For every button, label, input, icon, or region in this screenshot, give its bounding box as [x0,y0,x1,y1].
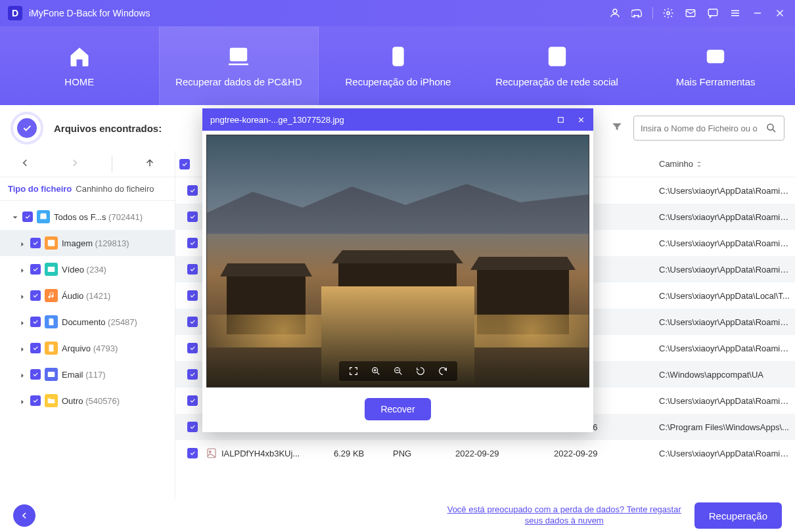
nav-more-label: Mais Ferramentas [676,76,756,87]
cell-modified: 2022-09-29 [554,449,659,458]
app-logo: D [8,6,22,20]
row-checkbox[interactable] [187,238,198,248]
cell-path: C:\Users\xiaoyr\AppData\Roamin... [659,396,791,406]
nav-home[interactable]: HOME [0,26,159,105]
row-checkbox[interactable] [187,395,198,406]
tree-item-folder[interactable]: Outro (540576) [0,388,175,414]
nav-pc-recovery[interactable]: Recuperar dados de PC&HD [160,26,319,105]
svg-rect-21 [558,117,564,122]
file-type-tree: Todos os F...s (702441) Imagem (129813) … [0,201,175,499]
divider [112,156,112,172]
svg-rect-4 [231,49,246,60]
cell-path: C:\Users\xiaoyr\AppData\Roamin... [659,317,791,327]
checkbox[interactable] [30,369,41,380]
row-checkbox[interactable] [187,211,198,222]
preview-image [206,135,589,388]
feedback-icon[interactable] [706,6,720,20]
preview-header[interactable]: pngtree-korean-...ge_13077528.jpg [202,108,593,131]
nav-more-tools[interactable]: Mais Ferramentas [636,26,795,105]
back-fab[interactable] [13,504,35,527]
search-box[interactable] [633,116,784,141]
preview-footer: Recover [202,391,593,432]
checkbox[interactable] [22,211,33,222]
recover-button[interactable]: Recuperação [694,502,782,529]
table-row[interactable]: IALPDfYH4xb3KUj... 6.29 KB PNG 2022-09-2… [175,440,795,466]
up-button[interactable] [137,153,162,175]
discord-icon[interactable] [630,6,645,20]
zoom-out-icon[interactable] [393,366,403,376]
tree-label: Documento (25487) [62,317,168,327]
row-checkbox[interactable] [187,448,198,458]
close-icon[interactable] [773,6,787,20]
fullscreen-icon[interactable] [348,366,359,376]
forward-button[interactable] [62,153,87,175]
checkbox[interactable] [30,395,41,406]
image-icon [45,236,58,250]
search-icon [765,122,777,134]
maximize-icon[interactable] [556,116,565,124]
tree-label: Email (117) [62,370,168,380]
disk-icon [37,210,50,223]
menu-icon[interactable] [728,6,742,20]
row-checkbox[interactable] [187,290,198,301]
cloud-backup-link[interactable]: Você está preocupado com a perda de dado… [447,504,681,527]
th-path[interactable]: Caminho [659,159,786,169]
svg-point-1 [667,12,670,15]
cell-path: C:\Users\xiaoyr\AppData\Local\T... [659,291,791,301]
zoom-in-icon[interactable] [371,366,381,376]
cell-path: C:\Users\xiaoyr\AppData\Roamin... [659,238,791,248]
select-all-checkbox[interactable] [179,159,190,169]
preview-modal: pngtree-korean-...ge_13077528.jpg Recove… [202,108,593,432]
user-icon[interactable] [608,6,622,20]
nav-pc-label: Recuperar dados de PC&HD [175,76,302,87]
preview-recover-button[interactable]: Recover [365,398,430,420]
checkbox[interactable] [30,343,41,353]
tree-item-audio[interactable]: Áudio (1421) [0,282,175,309]
tab-file-path[interactable]: Canhinho do ficheiro [76,184,154,194]
app-title: iMyFone D-Back for Windows [29,8,150,18]
svg-point-20 [210,451,211,453]
tree-item-email[interactable]: Email (117) [0,361,175,388]
divider [652,7,653,19]
footer: Você está preocupado com a perda de dado… [0,499,795,532]
close-icon[interactable] [577,116,585,124]
tree-item-doc[interactable]: Documento (25487) [0,309,175,335]
rotate-right-icon[interactable] [438,366,448,376]
audio-icon [45,289,58,302]
checkbox[interactable] [30,264,41,275]
nav-iphone-recovery[interactable]: Recuperação do iPhone [319,26,478,105]
checkbox[interactable] [30,290,41,301]
tab-file-type[interactable]: Tipo do ficheiro [8,184,72,194]
caret-icon [20,319,26,325]
filter-icon[interactable] [611,121,623,135]
nav-social-recovery[interactable]: Recuperação de rede social [478,26,637,105]
checkbox[interactable] [30,317,41,327]
video-icon [45,263,58,276]
mail-icon[interactable] [683,6,698,20]
svg-point-11 [717,55,719,57]
row-checkbox[interactable] [187,369,198,380]
row-checkbox[interactable] [187,185,198,196]
minimize-icon[interactable] [750,6,765,20]
tree-item-video[interactable]: Vídeo (234) [0,256,175,282]
back-button[interactable] [12,153,37,175]
tree-item-image[interactable]: Imagem (129813) [0,230,175,256]
folder-icon [45,394,58,407]
cell-name: IALPDfYH4xb3KUj... [206,447,334,459]
row-checkbox[interactable] [187,343,198,353]
tree-item-archive[interactable]: Arquivo (4793) [0,335,175,361]
rotate-left-icon[interactable] [415,366,426,376]
files-found-label: Arquivos encontrados: [54,123,162,134]
cell-path: C:\Users\xiaoyr\AppData\Roamin... [659,186,791,196]
checkbox[interactable] [30,238,41,248]
row-checkbox[interactable] [187,317,198,327]
row-checkbox[interactable] [187,264,198,275]
cell-path: C:\Users\xiaoyr\AppData\Roamin... [659,344,791,353]
svg-point-12 [767,124,773,130]
search-input[interactable] [641,123,760,133]
caret-icon [20,345,26,351]
cell-type: PNG [393,449,455,458]
row-checkbox[interactable] [187,422,198,432]
tree-item-disk[interactable]: Todos os F...s (702441) [0,204,175,230]
gear-icon[interactable] [661,6,675,20]
